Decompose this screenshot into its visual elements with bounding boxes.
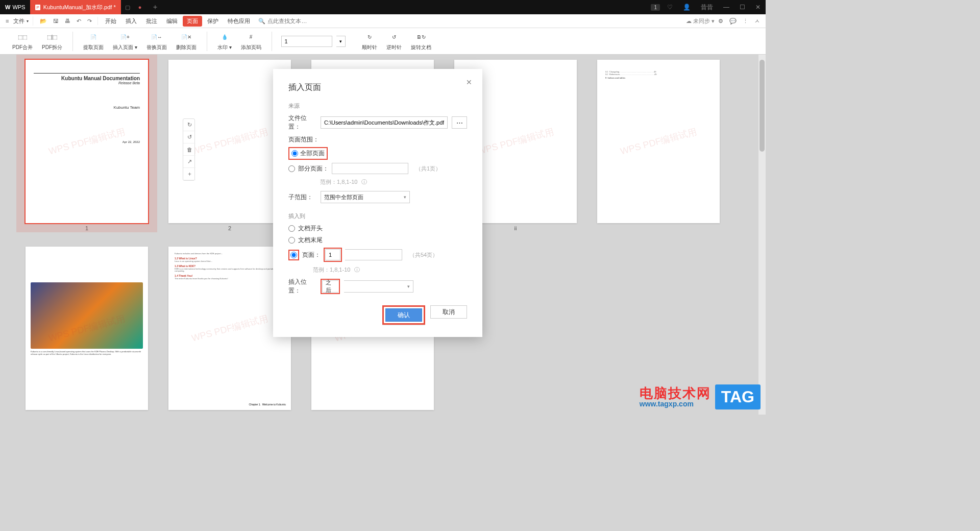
settings-icon[interactable]: ⚙ xyxy=(716,16,726,26)
site-watermark: 电脑技术网 www.tagxp.com TAG xyxy=(640,384,761,409)
thumbnail-number: 1 xyxy=(85,225,88,231)
add-mini-icon[interactable]: ＋ xyxy=(183,168,195,180)
menu-protect[interactable]: 保护 xyxy=(203,16,223,27)
goto-page-input[interactable] xyxy=(281,36,332,47)
app-logo: W WPS xyxy=(0,4,30,10)
goto-page-dropdown[interactable]: ▾ xyxy=(336,36,346,47)
delete-page-button[interactable]: 📄✕删除页面 xyxy=(173,31,200,52)
file-path-input[interactable] xyxy=(321,116,448,129)
source-section-label: 来源 xyxy=(288,102,467,110)
maximize-button[interactable]: ☐ xyxy=(734,4,750,11)
collapse-ribbon-icon[interactable]: ㅅ xyxy=(752,16,763,27)
insert-page-number-input[interactable] xyxy=(325,249,340,260)
browse-button[interactable]: ⋯ xyxy=(452,116,467,129)
print-icon[interactable]: 🖶 xyxy=(62,16,73,26)
file-menu[interactable]: 文件 xyxy=(13,17,24,25)
extract-page-button[interactable]: 📄提取页面 xyxy=(80,31,107,52)
user-avatar[interactable]: 👤 xyxy=(678,4,696,11)
thumbnail-page-6[interactable]: Kubuntu is a user-friendly Linux-based o… xyxy=(26,247,148,410)
thumbnail-page-7[interactable]: Kubuntu includes and derives from the KD… xyxy=(168,247,291,410)
cancel-button[interactable]: 取消 xyxy=(430,305,467,319)
help-icon[interactable]: ⓘ xyxy=(361,178,367,186)
menu-insert[interactable]: 插入 xyxy=(121,16,141,27)
insert-page-button[interactable]: 📄+插入页面 ▾ xyxy=(110,31,140,52)
search-icon[interactable]: 🔍 xyxy=(258,18,265,25)
add-pagenum-button[interactable]: #添加页码 xyxy=(238,31,264,52)
undo-icon[interactable]: ↶ xyxy=(74,16,84,26)
document-tab[interactable]: P KubuntuManual_加水印.pdf * xyxy=(30,0,120,14)
pdf-merge-button[interactable]: ⬚⬚PDF合并 xyxy=(9,31,36,52)
watermark-button[interactable]: 💧水印 ▾ xyxy=(214,31,235,52)
open-icon[interactable]: 📂 xyxy=(37,16,50,26)
close-button[interactable]: ✕ xyxy=(750,4,766,11)
tab-menu-icon[interactable]: ▢ xyxy=(121,4,134,11)
insert-page-number-input-ext[interactable] xyxy=(345,249,402,260)
pdf-split-button[interactable]: ⬚|⬚PDF拆分 xyxy=(39,31,65,52)
rotate-cw-button[interactable]: ↻顺时针 xyxy=(359,31,380,52)
extract-mini-icon[interactable]: ↗ xyxy=(183,156,195,168)
insert-page-dialog: 插入页面 ✕ 来源 文件位置： ⋯ 页面范围： 全部页面 部分页面： （共1页）… xyxy=(273,69,482,337)
all-pages-radio[interactable] xyxy=(291,150,298,157)
file-path-label: 文件位置： xyxy=(288,114,316,131)
dialog-close-button[interactable]: ✕ xyxy=(466,78,472,86)
chat-icon[interactable]: 💬 xyxy=(727,16,739,26)
user-name: 昔昔 xyxy=(696,3,718,12)
thumbnail-page-5[interactable]: 3.1 Changelog . . . . . . . . . . . . . … xyxy=(597,60,720,231)
subrange-select[interactable]: 范围中全部页面▾ xyxy=(321,191,410,203)
page-range-label: 页面范围： xyxy=(288,135,467,144)
delete-mini-icon[interactable]: 🗑 xyxy=(183,143,195,156)
gift-icon[interactable]: ♡ xyxy=(662,4,678,11)
page-indicator-badge: 1 xyxy=(651,4,660,11)
pdf-icon: P xyxy=(35,5,40,10)
insert-to-label: 插入到 xyxy=(288,212,467,220)
minimize-button[interactable]: — xyxy=(718,4,734,11)
menu-features[interactable]: 特色应用 xyxy=(224,16,254,27)
insert-position-select[interactable]: ▾ xyxy=(344,280,413,293)
save-icon[interactable]: 🖫 xyxy=(51,16,61,26)
vertical-scrollbar[interactable] xyxy=(758,55,766,415)
hamburger-icon[interactable]: ≡ xyxy=(3,16,11,26)
rotate-doc-button[interactable]: 🗎↻旋转文档 xyxy=(408,31,434,52)
sync-status[interactable]: ☁ 未同步 ▾ xyxy=(686,17,715,25)
replace-page-button[interactable]: 📄↔替换页面 xyxy=(143,31,170,52)
rotate-ccw-button[interactable]: ↺逆时针 xyxy=(383,31,405,52)
search-input[interactable] xyxy=(267,18,318,24)
doc-end-radio[interactable] xyxy=(288,237,295,244)
file-dropdown-icon[interactable]: ▾ xyxy=(27,19,29,23)
menu-start[interactable]: 开始 xyxy=(101,16,120,27)
menu-page[interactable]: 页面 xyxy=(183,16,202,27)
dialog-title: 插入页面 xyxy=(288,82,467,93)
page-range-input[interactable] xyxy=(332,163,408,174)
rotate-cw-mini-icon[interactable]: ↻ xyxy=(183,119,195,131)
thumbnail-page-1[interactable]: Kubuntu Manual Documentation Release Bet… xyxy=(26,60,148,231)
rotate-ccw-mini-icon[interactable]: ↺ xyxy=(183,131,195,143)
help-icon-2[interactable]: ⓘ xyxy=(354,266,360,274)
menu-edit[interactable]: 编辑 xyxy=(162,16,182,27)
ok-button[interactable]: 确认 xyxy=(385,308,422,322)
some-pages-radio[interactable] xyxy=(288,165,295,172)
redo-icon[interactable]: ↷ xyxy=(85,16,94,26)
tab-close-icon[interactable]: ● xyxy=(134,4,146,10)
more-icon[interactable]: ⋮ xyxy=(740,16,751,26)
subrange-label: 子范围： xyxy=(288,193,316,202)
insert-position-value: 之后 xyxy=(322,280,338,293)
insert-pos-label: 插入位置： xyxy=(288,278,316,295)
menu-annotate[interactable]: 批注 xyxy=(142,16,161,27)
doc-start-radio[interactable] xyxy=(288,225,295,232)
new-tab-button[interactable]: ＋ xyxy=(145,3,165,12)
page-position-radio[interactable] xyxy=(290,252,297,258)
